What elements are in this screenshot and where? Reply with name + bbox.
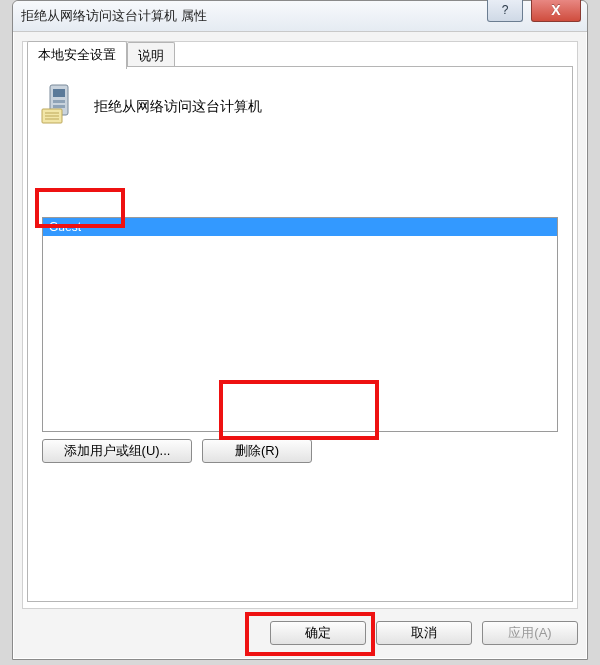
svg-rect-3 [53,105,65,108]
cancel-button[interactable]: 取消 [376,621,472,645]
button-label: 应用(A) [508,624,551,642]
window-title: 拒绝从网络访问这台计算机 属性 [21,7,207,25]
tab-label: 说明 [138,48,164,63]
client-area: 本地安全设置 说明 [22,41,578,609]
ok-button[interactable]: 确定 [270,621,366,645]
policy-title: 拒绝从网络访问这台计算机 [94,98,262,116]
svg-rect-2 [53,100,65,103]
close-button[interactable]: X [531,0,581,22]
list-item[interactable]: Guest [43,218,557,236]
help-button[interactable]: ? [487,0,523,22]
button-label: 添加用户或组(U)... [64,442,171,460]
list-button-row: 添加用户或组(U)... 删除(R) [42,439,558,463]
user-list[interactable]: Guest [42,217,558,432]
close-icon: X [551,2,560,18]
tab-label: 本地安全设置 [38,47,116,62]
add-user-button[interactable]: 添加用户或组(U)... [42,439,192,463]
dialog-window: 拒绝从网络访问这台计算机 属性 ? X 本地安全设置 说明 [12,0,588,660]
button-label: 删除(R) [235,442,279,460]
svg-rect-1 [53,89,65,97]
window-buttons: ? X [487,0,581,22]
list-item-label: Guest [49,220,81,234]
titlebar[interactable]: 拒绝从网络访问这台计算机 属性 ? X [13,1,587,32]
button-label: 确定 [305,624,331,642]
remove-button[interactable]: 删除(R) [202,439,312,463]
help-icon: ? [502,3,509,17]
tab-local-security[interactable]: 本地安全设置 [27,41,127,69]
button-label: 取消 [411,624,437,642]
apply-button[interactable]: 应用(A) [482,621,578,645]
dialog-button-bar: 确定 取消 应用(A) [22,615,578,651]
policy-icon [40,83,82,130]
tab-strip: 本地安全设置 说明 [27,41,175,69]
policy-header: 拒绝从网络访问这台计算机 [40,83,262,130]
tab-page-local-security: 拒绝从网络访问这台计算机 Guest 添加用户或组(U)... 删除(R) [27,66,573,602]
